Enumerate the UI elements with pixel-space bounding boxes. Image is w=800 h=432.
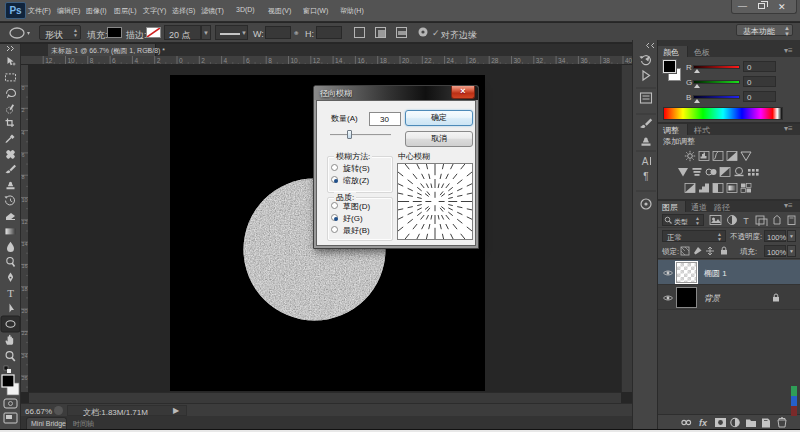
svg-text:26: 26 [469,57,477,64]
svg-text:38: 38 [603,57,611,64]
svg-text:2: 2 [157,57,161,64]
svg-text:14: 14 [22,241,28,247]
svg-text:32: 32 [536,57,544,64]
svg-text:8: 8 [268,57,272,64]
svg-text:2: 2 [22,107,25,113]
svg-text:0: 0 [22,85,25,91]
svg-text:6: 6 [22,152,25,158]
svg-text:4: 4 [134,57,138,64]
svg-text:18: 18 [22,286,28,292]
svg-text:22: 22 [424,57,432,64]
svg-text:T: T [7,287,14,299]
svg-text:8: 8 [90,57,94,64]
svg-text:¶: ¶ [643,171,648,182]
svg-text:18: 18 [380,57,388,64]
svg-text:28: 28 [491,57,499,64]
svg-text:24: 24 [447,57,455,64]
svg-text:14: 14 [335,57,343,64]
svg-text:0: 0 [179,57,183,64]
svg-text:20: 20 [402,57,410,64]
svg-text:A: A [642,156,649,167]
svg-text:16: 16 [22,263,28,269]
svg-text:fx: fx [699,418,708,428]
svg-text:16: 16 [357,57,365,64]
svg-text:T: T [743,216,749,226]
svg-text:4: 4 [22,130,25,136]
svg-text:6: 6 [112,57,116,64]
svg-text:30: 30 [514,57,522,64]
svg-text:10: 10 [68,57,76,64]
svg-text:36: 36 [580,57,588,64]
svg-text:22: 22 [22,330,28,336]
svg-text:20: 20 [22,308,28,314]
svg-text:8: 8 [22,174,25,180]
svg-text:10: 10 [22,197,28,203]
svg-text:40: 40 [625,57,632,64]
svg-text:12: 12 [22,219,28,225]
svg-text:4: 4 [224,57,228,64]
svg-text:6: 6 [246,57,250,64]
svg-text:24: 24 [22,353,28,359]
svg-text:26: 26 [22,375,28,381]
svg-text:2: 2 [201,57,205,64]
svg-text:10: 10 [291,57,299,64]
svg-text:34: 34 [558,57,566,64]
svg-text:12: 12 [45,57,53,64]
svg-text:12: 12 [313,57,321,64]
